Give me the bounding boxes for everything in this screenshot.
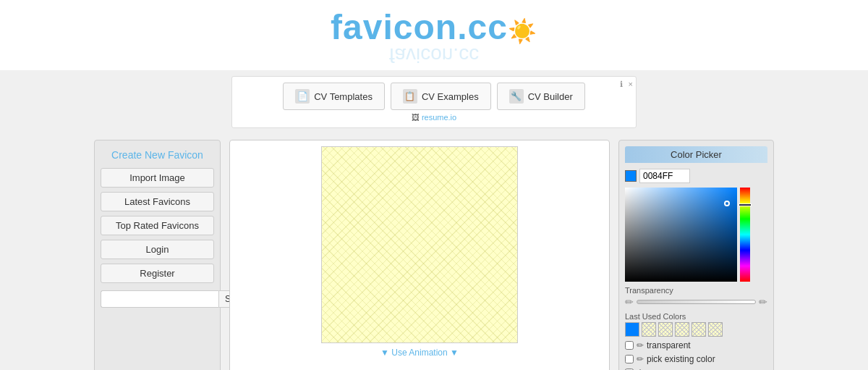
transparent-icon: ✏ (637, 340, 644, 350)
cv-builder-icon: 🔧 (509, 89, 524, 104)
animation-label: ▼ Use Animation ▼ (380, 348, 459, 358)
logo-favicon-text: favicon (331, 8, 457, 46)
use-animation-toggle[interactable]: ▼ Use Animation ▼ (380, 348, 459, 358)
color-hex-row (625, 169, 767, 183)
transparency-row: ✏ ✏ (625, 296, 767, 308)
color-spectrum[interactable] (740, 188, 750, 282)
sidebar: Create New Favicon Import Image Latest F… (94, 140, 221, 370)
cv-examples-button[interactable]: 📋 CV Examples (391, 83, 491, 110)
color-gradient-box[interactable] (625, 188, 737, 282)
ad-close-icon[interactable]: × (629, 80, 633, 88)
gradient-overlay (625, 188, 737, 282)
ad-source: 🖼 resume.io (238, 113, 630, 122)
sidebar-title: Create New Favicon (101, 149, 214, 161)
last-used-swatch-5[interactable] (708, 322, 723, 337)
latest-favicons-button[interactable]: Latest Favicons (101, 192, 214, 211)
ad-buttons-row: 📄 CV Templates 📋 CV Examples 🔧 CV Builde… (238, 83, 630, 110)
option-pick-color: ✏ pick existing color (625, 354, 767, 364)
pick-color-label: pick existing color (647, 354, 715, 364)
ad-banner: ℹ × 📄 CV Templates 📋 CV Examples 🔧 CV Bu… (231, 76, 637, 128)
color-main-swatch[interactable] (625, 170, 637, 182)
header: favicon.cc☀️ favicon.cc (0, 0, 868, 70)
cv-examples-label: CV Examples (422, 91, 479, 102)
search-input[interactable] (101, 290, 218, 308)
cv-templates-icon: 📄 (295, 89, 310, 104)
main-container: Create New Favicon Import Image Latest F… (80, 134, 788, 370)
color-hex-input[interactable] (639, 169, 690, 183)
last-used-swatch-0[interactable] (625, 322, 639, 337)
cv-templates-label: CV Templates (314, 91, 373, 102)
pick-color-checkbox[interactable] (625, 355, 634, 363)
transparent-checkbox[interactable] (625, 341, 634, 350)
last-used-swatch-3[interactable] (675, 322, 689, 337)
ad-info-icon[interactable]: ℹ (620, 80, 623, 89)
logo-dot: . (457, 8, 467, 46)
transparency-label: Transparency (625, 286, 767, 295)
color-picker-panel: Color Picker Transparency ✏ ✏ Last Used … (618, 140, 774, 370)
transparency-left-icon: ✏ (625, 296, 634, 308)
logo-reflection: favicon.cc (331, 43, 537, 67)
pick-color-icon: ✏ (637, 354, 644, 364)
color-gradient-area (625, 188, 767, 282)
last-used-swatch-2[interactable] (658, 322, 673, 337)
cv-builder-button[interactable]: 🔧 CV Builder (497, 83, 585, 110)
last-used-row (625, 322, 767, 337)
login-button[interactable]: Login (101, 240, 214, 259)
cv-builder-label: CV Builder (528, 91, 573, 102)
top-rated-favicons-button[interactable]: Top Rated Favicons (101, 216, 214, 235)
register-button[interactable]: Register (101, 264, 214, 283)
search-row: Search (101, 290, 214, 308)
last-used-swatch-1[interactable] (642, 322, 656, 337)
transparency-slider[interactable] (637, 300, 756, 304)
import-image-button[interactable]: Import Image (101, 168, 214, 188)
cv-templates-button[interactable]: 📄 CV Templates (283, 83, 385, 110)
transparent-label: transparent (647, 340, 691, 350)
logo-cc-text: cc (468, 8, 508, 46)
logo-sun-icon: ☀️ (508, 18, 537, 44)
transparency-right-icon: ✏ (759, 296, 767, 308)
gradient-cursor (724, 201, 730, 206)
favicon-canvas[interactable] (321, 146, 518, 343)
canvas-area: ▼ Use Animation ▼ (229, 140, 610, 370)
color-picker-title: Color Picker (625, 146, 767, 163)
option-transparent: ✏ transparent (625, 340, 767, 350)
spectrum-cursor (739, 203, 752, 206)
last-used-label: Last Used Colors (625, 312, 767, 321)
cv-examples-icon: 📋 (403, 89, 417, 104)
last-used-swatch-4[interactable] (692, 322, 706, 337)
ad-source-label: resume.io (422, 113, 456, 122)
logo: favicon.cc☀️ (331, 8, 537, 46)
